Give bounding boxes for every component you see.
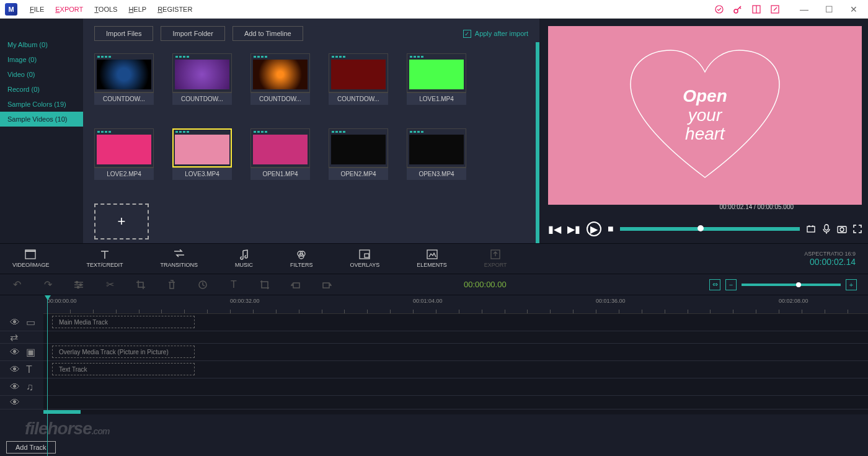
eye-icon[interactable]: 👁 bbox=[10, 397, 20, 408]
track-extra-content[interactable] bbox=[43, 396, 868, 409]
eye-icon[interactable]: 👁 bbox=[10, 347, 20, 358]
tab-text-credit[interactable]: TEXT/CREDIT bbox=[87, 249, 123, 268]
prev-frame-button[interactable]: ▮◀ bbox=[548, 223, 561, 235]
menu-file[interactable]: FILE bbox=[30, 6, 44, 13]
snapshot-crop-icon[interactable] bbox=[806, 224, 816, 234]
maximize-button[interactable]: ☐ bbox=[820, 4, 838, 14]
fit-zoom-button[interactable]: ⇔ bbox=[709, 279, 720, 290]
redo-icon[interactable]: ↷ bbox=[42, 279, 53, 290]
rotate-right-icon[interactable] bbox=[321, 279, 332, 290]
tab-video-image[interactable]: VIDEO/IMAGE bbox=[12, 249, 50, 268]
video-track-icon[interactable]: ▭ bbox=[26, 316, 35, 328]
tab-elements[interactable]: ELEMENTS bbox=[417, 249, 447, 268]
media-item[interactable]: LOVE1.MP4 bbox=[407, 53, 466, 105]
media-item[interactable]: COUNTDOW... bbox=[94, 53, 154, 105]
track-transition-content[interactable] bbox=[43, 331, 868, 343]
library-scrollbar[interactable] bbox=[536, 42, 539, 243]
stop-button[interactable]: ■ bbox=[608, 223, 614, 235]
tab-export[interactable]: EXPORT bbox=[484, 249, 507, 268]
zoom-in-button[interactable]: + bbox=[846, 279, 857, 290]
timeline-scrollbar-thumb[interactable] bbox=[43, 410, 81, 414]
close-button[interactable]: ✕ bbox=[844, 4, 863, 14]
aspect-timecode: 00:00:02.14 bbox=[804, 257, 856, 267]
media-item[interactable]: LOVE2.MP4 bbox=[94, 128, 154, 180]
cut-icon[interactable]: ✂ bbox=[104, 279, 115, 290]
zoom-knob[interactable] bbox=[796, 282, 801, 287]
ruler-timestamp: 00:01:04.00 bbox=[413, 298, 443, 304]
media-item[interactable]: OPEN2.MP4 bbox=[329, 128, 388, 180]
play-button[interactable]: ▶ bbox=[587, 221, 601, 236]
add-track-button[interactable]: Add Track bbox=[6, 441, 56, 454]
audio-track-icon[interactable]: ♫ bbox=[26, 382, 33, 393]
minimize-button[interactable]: — bbox=[795, 4, 813, 14]
menu-help[interactable]: HELP bbox=[128, 6, 146, 13]
import-folder-button[interactable]: Import Folder bbox=[161, 26, 224, 41]
sidebar-item-image[interactable]: Image (0) bbox=[0, 52, 83, 67]
zoom-slider[interactable] bbox=[742, 284, 841, 286]
add-media-button[interactable]: + bbox=[94, 203, 149, 239]
sidebar-item-sample-colors[interactable]: Sample Colors (19) bbox=[0, 97, 83, 112]
media-item[interactable]: COUNTDOW... bbox=[329, 53, 388, 105]
delete-icon[interactable] bbox=[166, 279, 177, 290]
eye-icon[interactable]: 👁 bbox=[10, 382, 20, 393]
text-tool-icon[interactable]: T bbox=[228, 279, 239, 290]
media-item[interactable]: LOVE3.MP4 bbox=[172, 128, 232, 180]
settings-sliders-icon[interactable] bbox=[73, 279, 84, 290]
key-icon[interactable] bbox=[733, 4, 743, 14]
sidebar-item-record[interactable]: Record (0) bbox=[0, 82, 83, 97]
add-to-timeline-button[interactable]: Add to Timeline bbox=[232, 26, 303, 41]
eye-icon[interactable]: 👁 bbox=[10, 364, 20, 375]
media-item-label: OPEN2.MP4 bbox=[329, 168, 388, 180]
media-item[interactable]: COUNTDOW... bbox=[250, 53, 310, 105]
track-audio-content[interactable] bbox=[43, 378, 868, 395]
tab-transitions[interactable]: TRANSITIONS bbox=[161, 249, 198, 268]
menu-export[interactable]: EXPORT bbox=[55, 6, 83, 13]
import-files-button[interactable]: Import Files bbox=[94, 26, 153, 41]
sidebar-item-sample-videos[interactable]: Sample Videos (10) bbox=[0, 112, 83, 127]
title-bar: M FILE EXPORT TOOLS HELP REGISTER — ☐ ✕ bbox=[0, 0, 868, 19]
playhead[interactable] bbox=[47, 295, 48, 456]
next-frame-button[interactable]: ▶▮ bbox=[567, 223, 580, 235]
text-track-placeholder[interactable]: Text Track bbox=[52, 363, 195, 375]
track-extra: 👁 bbox=[0, 396, 868, 409]
tab-music[interactable]: MUSIC bbox=[235, 249, 253, 268]
undo-icon[interactable]: ↶ bbox=[11, 279, 22, 290]
zoom-out-button[interactable]: − bbox=[725, 279, 737, 290]
media-item[interactable]: OPEN1.MP4 bbox=[250, 128, 310, 180]
layout-icon[interactable] bbox=[751, 4, 761, 14]
track-text-content[interactable]: Text Track bbox=[43, 361, 868, 378]
media-item[interactable]: OPEN3.MP4 bbox=[407, 128, 466, 180]
tab-filters[interactable]: FILTERS bbox=[290, 249, 312, 268]
text-track-icon[interactable]: T bbox=[26, 364, 32, 375]
svg-point-8 bbox=[840, 228, 844, 231]
sidebar-item-my-album[interactable]: My Album (0) bbox=[0, 37, 83, 52]
apply-after-import-checkbox[interactable]: ✓ Apply after import bbox=[463, 30, 528, 38]
menu-register[interactable]: REGISTER bbox=[157, 6, 192, 13]
main-track-placeholder[interactable]: Main Media Track bbox=[52, 316, 195, 328]
crop-icon[interactable] bbox=[135, 279, 146, 290]
track-overlay-content[interactable]: Overlay Media Track (Picture in Picture) bbox=[43, 344, 868, 360]
edit-icon[interactable] bbox=[770, 4, 780, 14]
duration-icon[interactable] bbox=[197, 279, 208, 290]
rotate-left-icon[interactable] bbox=[290, 279, 301, 290]
timeline-ruler[interactable]: 00:00:00.0000:00:32.0000:01:04.0000:01:3… bbox=[43, 295, 868, 314]
microphone-icon[interactable] bbox=[822, 224, 831, 234]
overlay-track-placeholder[interactable]: Overlay Media Track (Picture in Picture) bbox=[52, 346, 195, 358]
sidebar-item-video[interactable]: Video (0) bbox=[0, 67, 83, 82]
seek-bar[interactable] bbox=[620, 227, 800, 231]
seek-knob[interactable] bbox=[698, 225, 704, 231]
crop-tool-icon[interactable] bbox=[259, 279, 270, 290]
eye-icon[interactable]: 👁 bbox=[10, 317, 20, 328]
timeline-scrollbar[interactable] bbox=[43, 409, 868, 414]
tab-overlays[interactable]: OVERLAYS bbox=[350, 249, 379, 268]
overlay-track-icon[interactable]: ▣ bbox=[26, 346, 35, 358]
track-main-content[interactable]: Main Media Track bbox=[43, 314, 868, 331]
camera-icon[interactable] bbox=[837, 225, 847, 233]
media-item[interactable]: COUNTDOW... bbox=[172, 53, 232, 105]
fullscreen-icon[interactable] bbox=[853, 225, 862, 233]
library-sidebar: My Album (0) Image (0) Video (0) Record … bbox=[0, 19, 83, 243]
menu-tools[interactable]: TOOLS bbox=[94, 6, 117, 13]
transition-track-icon[interactable]: ⇄ bbox=[10, 331, 18, 343]
cart-icon[interactable] bbox=[714, 4, 724, 14]
preview-text-1: Open bbox=[683, 87, 727, 106]
